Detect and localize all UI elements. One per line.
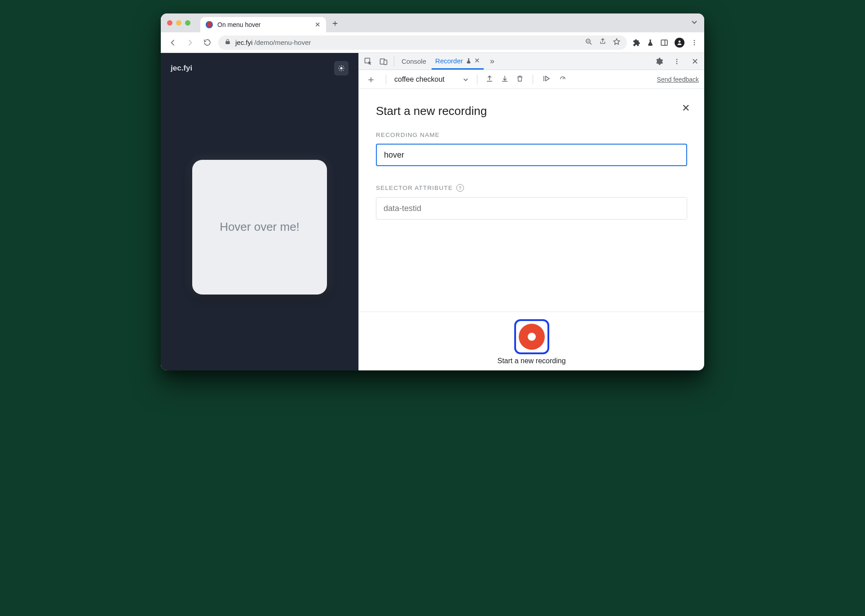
svg-point-6 (340, 67, 342, 69)
play-icon[interactable] (542, 75, 551, 84)
svg-point-11 (676, 61, 678, 62)
device-toolbar-icon[interactable] (377, 55, 390, 68)
close-tab-button[interactable]: ✕ (315, 21, 321, 29)
settings-gear-icon[interactable] (652, 55, 666, 68)
start-recording-button[interactable] (514, 319, 549, 354)
webpage-header: jec.fyi (161, 53, 358, 84)
content-area: jec.fyi Hover over me! C (161, 53, 704, 370)
svg-point-2 (679, 40, 681, 43)
svg-rect-1 (661, 40, 667, 45)
address-bar-actions (585, 38, 621, 47)
zoom-out-icon[interactable] (585, 38, 593, 47)
recording-name-label: RECORDING NAME (376, 132, 687, 138)
tab-recorder[interactable]: Recorder ✕ (432, 53, 484, 70)
extensions-icon[interactable] (632, 39, 640, 47)
recorder-body: Start a new recording ✕ RECORDING NAME S… (359, 89, 704, 312)
help-icon[interactable]: ? (456, 184, 464, 192)
recorder-footer: Start a new recording (359, 312, 704, 370)
recording-name-input[interactable] (376, 144, 687, 166)
demo-area: Hover over me! (161, 84, 358, 370)
browser-tab[interactable]: On menu hover ✕ (200, 17, 326, 32)
close-devtools-button[interactable]: ✕ (688, 55, 702, 68)
recording-dropdown[interactable]: coffee checkout (394, 75, 469, 84)
selector-attribute-input[interactable] (376, 197, 687, 220)
svg-point-12 (676, 63, 678, 64)
share-icon[interactable] (599, 38, 606, 47)
favicon-icon (206, 21, 213, 28)
import-icon[interactable] (501, 75, 509, 84)
window-controls (167, 20, 190, 26)
svg-rect-9 (384, 60, 387, 64)
close-tab-icon[interactable]: ✕ (474, 57, 480, 65)
toolbar: jec.fyi /demo/menu-hover (161, 32, 704, 53)
maximize-window-button[interactable] (185, 20, 190, 26)
recorder-toolbar: ＋ coffee checkout Send feedback (359, 70, 704, 89)
send-feedback-link[interactable]: Send feedback (657, 76, 699, 83)
export-icon[interactable] (485, 75, 494, 84)
bookmark-star-icon[interactable] (613, 38, 621, 47)
browser-window: On menu hover ✕ ＋ jec.fyi /demo/menu-hov… (161, 13, 704, 370)
devtools-kebab-icon[interactable] (670, 55, 684, 68)
close-window-button[interactable] (167, 20, 172, 26)
devtools-panel: Console Recorder ✕ » ✕ (358, 53, 704, 370)
recorder-actions (485, 75, 567, 84)
forward-button[interactable] (184, 37, 196, 48)
speed-icon[interactable] (558, 75, 567, 84)
tab-title: On menu hover (217, 21, 310, 28)
close-dialog-button[interactable]: ✕ (682, 102, 690, 114)
webpage: jec.fyi Hover over me! (161, 53, 358, 370)
theme-toggle-button[interactable] (334, 61, 349, 75)
recording-name-group: RECORDING NAME (376, 132, 687, 166)
reload-button[interactable] (201, 37, 213, 48)
selector-attribute-group: SELECTOR ATTRIBUTE ? (376, 184, 687, 220)
svg-point-4 (694, 42, 695, 43)
toolbar-extensions (632, 38, 698, 48)
tab-console[interactable]: Console (398, 53, 430, 70)
svg-point-5 (694, 44, 695, 45)
new-recording-button[interactable]: ＋ (364, 73, 378, 86)
delete-icon[interactable] (516, 75, 524, 84)
recording-dropdown-label: coffee checkout (394, 75, 445, 84)
hover-card-text: Hover over me! (220, 220, 300, 234)
devtools-tabbar: Console Recorder ✕ » ✕ (359, 53, 704, 70)
chevron-down-icon (463, 76, 469, 83)
labs-icon[interactable] (647, 39, 654, 47)
flask-icon (466, 57, 472, 64)
more-tabs-icon[interactable]: » (485, 55, 499, 68)
recorder-heading: Start a new recording (376, 104, 687, 118)
url-path: /demo/menu-hover (254, 39, 311, 46)
start-recording-label: Start a new recording (497, 357, 565, 365)
profile-avatar[interactable] (675, 38, 684, 48)
address-bar[interactable]: jec.fyi /demo/menu-hover (218, 35, 627, 50)
kebab-menu-icon[interactable] (691, 39, 698, 46)
back-button[interactable] (167, 37, 179, 48)
minimize-window-button[interactable] (176, 20, 181, 26)
lock-icon (225, 39, 231, 46)
svg-point-10 (676, 59, 678, 60)
tab-overflow-button[interactable] (691, 18, 698, 27)
selector-attribute-label: SELECTOR ATTRIBUTE ? (376, 184, 687, 192)
titlebar: On menu hover ✕ ＋ (161, 13, 704, 32)
hover-card[interactable]: Hover over me! (192, 160, 327, 295)
svg-point-3 (694, 40, 695, 41)
inspect-element-icon[interactable] (362, 55, 375, 68)
url-host: jec.fyi (235, 39, 252, 46)
panel-icon[interactable] (660, 39, 668, 47)
record-icon (519, 324, 545, 350)
new-tab-button[interactable]: ＋ (331, 17, 340, 29)
site-brand: jec.fyi (171, 64, 192, 73)
